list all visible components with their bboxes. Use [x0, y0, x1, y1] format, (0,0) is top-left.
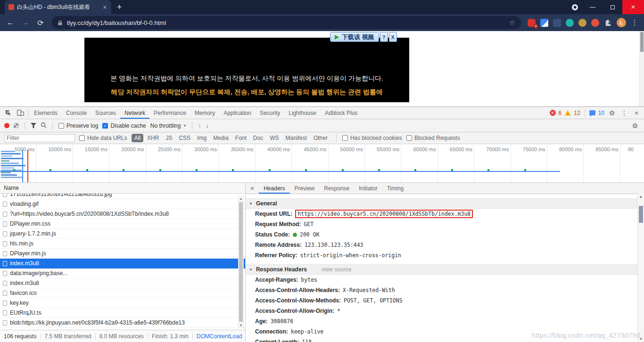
table-row[interactable]: jquery-1.7.2.min.js: [0, 229, 245, 239]
disable-cache-checkbox[interactable]: ✓ Disable cache: [102, 122, 146, 129]
table-row[interactable]: blob:https://kk.jinpuyuan.net/0c83f5f4-b…: [0, 318, 245, 328]
page-scrollbar[interactable]: [639, 31, 644, 106]
details-scrollbar[interactable]: ▲ ▼: [637, 194, 644, 342]
tab-elements[interactable]: Elements: [30, 107, 62, 119]
filter-type-doc[interactable]: Doc: [250, 134, 266, 142]
tab-application[interactable]: Application: [219, 107, 256, 119]
video-player[interactable]: 본 영화는 저작권법에 의하여 보호되는 저작물로서, 사적 이용 범위에서만 …: [84, 38, 409, 102]
tab-close-icon[interactable]: ×: [102, 4, 107, 11]
media-control-button[interactable]: [567, 0, 583, 14]
table-row[interactable]: 171cd118f0f113c0bf1f4221ab4b032d.jpg: [0, 194, 245, 199]
request-list-scrollbar[interactable]: ▲ ▼: [238, 196, 244, 328]
clear-button[interactable]: [14, 123, 19, 128]
maximize-button[interactable]: [603, 0, 622, 14]
filter-type-xhr[interactable]: XHR: [144, 134, 162, 142]
response-headers-section-header[interactable]: ▼ Response Headers view source: [246, 264, 637, 275]
request-list-header[interactable]: Name: [0, 183, 245, 194]
close-window-button[interactable]: ✕: [622, 0, 644, 14]
view-source-link[interactable]: view source: [322, 266, 351, 273]
scroll-up-icon[interactable]: ▲: [239, 197, 243, 200]
filter-type-ws[interactable]: WS: [267, 134, 281, 142]
table-row[interactable]: hls.min.js: [0, 239, 245, 249]
disclosure-triangle-icon[interactable]: ▼: [249, 202, 253, 206]
table-row[interactable]: DPlayer.min.css: [0, 219, 245, 229]
browser-menu-icon[interactable]: ⋮: [631, 18, 638, 27]
table-row[interactable]: DPlayer.min.js: [0, 249, 245, 259]
tab-initiator[interactable]: Initiator: [354, 183, 382, 194]
extensions-menu-icon[interactable]: [604, 19, 612, 27]
request-url-value[interactable]: https://video.buycar5.cn/20200808/1XdSSb…: [295, 210, 473, 218]
import-har-icon[interactable]: ↑: [198, 122, 201, 129]
reload-button[interactable]: ⟳: [34, 18, 47, 27]
address-bar[interactable]: tlyy.cc/dy/dy1/baitoushan/bf-0-0.html ☆: [52, 16, 521, 29]
scroll-up-icon[interactable]: ▲: [638, 195, 644, 199]
scrollbar-thumb[interactable]: [639, 206, 643, 223]
table-row[interactable]: key.key: [0, 298, 245, 308]
back-button[interactable]: ←: [4, 18, 17, 27]
tab-response[interactable]: Response: [319, 183, 354, 194]
tab-network[interactable]: Network: [120, 107, 149, 119]
tab-console[interactable]: Console: [62, 107, 91, 119]
tab-sources[interactable]: Sources: [91, 107, 120, 119]
minimize-button[interactable]: —: [583, 0, 603, 14]
filter-type-js[interactable]: JS: [163, 134, 175, 142]
search-icon[interactable]: [41, 122, 47, 130]
scrollbar-thumb[interactable]: [239, 202, 243, 322]
export-har-icon[interactable]: ↓: [206, 122, 209, 129]
network-settings-icon[interactable]: ⚙: [630, 122, 640, 130]
tab-memory[interactable]: Memory: [190, 107, 219, 119]
error-count[interactable]: 6: [559, 110, 562, 116]
general-section-header[interactable]: ▼ General: [246, 198, 637, 209]
table-row[interactable]: data:image/png;base...: [0, 269, 245, 278]
tab-headers[interactable]: Headers: [259, 183, 289, 194]
extension-icon-1[interactable]: [553, 19, 561, 27]
tab-performance[interactable]: Performance: [149, 107, 190, 119]
close-details-icon[interactable]: ×: [246, 185, 259, 192]
table-row[interactable]: vloading.gif: [0, 199, 245, 209]
browser-tab[interactable]: 白头山HD - dbm3u8在线观看 ×: [5, 0, 111, 14]
profile-avatar[interactable]: L: [617, 18, 626, 27]
filter-input[interactable]: [4, 134, 75, 142]
filter-type-font[interactable]: Font: [232, 134, 249, 142]
devtools-close-icon[interactable]: ×: [632, 109, 641, 117]
filter-type-manifest[interactable]: Manifest: [283, 134, 310, 142]
blocked-requests-checkbox[interactable]: Blocked Requests: [406, 135, 460, 141]
table-row[interactable]: favicon.ico: [0, 288, 245, 298]
filter-type-img[interactable]: Img: [194, 134, 209, 142]
tab-preview[interactable]: Preview: [290, 183, 320, 194]
download-help-button[interactable]: ?: [380, 32, 388, 42]
console-message-count[interactable]: 10: [598, 110, 604, 116]
table-row[interactable]: EUtRrqJU.ts: [0, 308, 245, 318]
scrollbar-thumb[interactable]: [640, 32, 644, 52]
download-close-button[interactable]: X: [389, 32, 397, 42]
devtools-settings-icon[interactable]: ⚙: [607, 109, 617, 117]
tab-timing[interactable]: Timing: [382, 183, 409, 194]
has-blocked-cookies-checkbox[interactable]: Has blocked cookies: [342, 135, 402, 141]
extension-icon-4[interactable]: [591, 19, 599, 27]
extension-icon-3[interactable]: [578, 19, 586, 27]
adblock-plus-icon[interactable]: 6: [528, 19, 536, 27]
disclosure-triangle-icon[interactable]: ▼: [249, 268, 253, 272]
warning-icon[interactable]: !: [564, 110, 571, 116]
forward-button[interactable]: →: [19, 18, 32, 27]
network-overview-timeline[interactable]: 5000 ms 10000 ms 15000 ms 20000 ms 25000…: [0, 144, 644, 183]
devtools-menu-icon[interactable]: ⋮: [619, 109, 629, 117]
preserve-log-checkbox[interactable]: Preserve log: [58, 122, 98, 129]
filter-funnel-icon[interactable]: [31, 123, 36, 128]
new-tab-button[interactable]: +: [117, 2, 122, 12]
bookmark-star-icon[interactable]: ☆: [509, 18, 515, 27]
tab-lighthouse[interactable]: Lighthouse: [284, 107, 321, 119]
record-button[interactable]: [4, 123, 9, 128]
inspect-element-icon[interactable]: [2, 109, 14, 116]
filter-type-css[interactable]: CSS: [176, 134, 193, 142]
warning-count[interactable]: 12: [574, 110, 580, 116]
url-text[interactable]: tlyy.cc/dy/dy1/baitoushan/bf-0-0.html: [67, 19, 505, 26]
table-row-selected[interactable]: index.m3u8: [0, 259, 245, 269]
table-row[interactable]: index.m3u8: [0, 278, 245, 288]
scroll-down-icon[interactable]: ▼: [239, 324, 243, 327]
console-message-icon[interactable]: [589, 110, 595, 115]
tab-adblock-plus[interactable]: Adblock Plus: [321, 107, 362, 119]
hide-data-urls-checkbox[interactable]: Hide data URLs: [79, 135, 127, 141]
tab-security[interactable]: Security: [256, 107, 284, 119]
table-row[interactable]: ?url=https://video.buycar5.cn/20200808/1…: [0, 209, 245, 219]
